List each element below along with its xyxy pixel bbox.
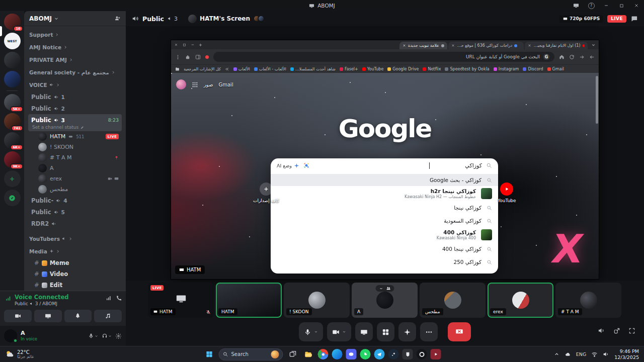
bookmark-item[interactable]: الألعاب xyxy=(233,67,250,71)
bookmark-item[interactable]: Gmail xyxy=(547,67,564,71)
suggestion-row[interactable]: كوزاكي السعودية xyxy=(271,214,498,227)
steam-icon[interactable] xyxy=(388,349,399,359)
stream-monitor-icon[interactable] xyxy=(569,0,584,11)
chevron-down-icon[interactable] xyxy=(314,330,318,334)
close-tab-icon[interactable] xyxy=(451,44,455,47)
server-icon[interactable]: 6K+ xyxy=(4,132,21,149)
extensions-puzzle-icon[interactable] xyxy=(185,54,191,60)
channel-status-setter[interactable]: Set a channel status xyxy=(28,125,122,131)
browser-tab[interactable]: (1) اول الايام تفارقنا ويجينا الهنا ماد.… xyxy=(525,42,588,49)
suggestion-row[interactable]: كوزاكي نينجا xyxy=(271,201,498,214)
bookmark-item[interactable]: Netflix xyxy=(423,67,441,71)
sidebar-panel-icon[interactable] xyxy=(195,54,201,60)
voice-channel-public-2[interactable]: Public2 xyxy=(28,103,122,114)
screenshare-button[interactable] xyxy=(34,310,62,322)
voice-location[interactable]: Public 3 / ABOMJ xyxy=(15,301,69,306)
text-channel-meme[interactable]: #Meme xyxy=(28,257,122,268)
help-button[interactable]: ? xyxy=(584,0,599,11)
page-scrollbar[interactable] xyxy=(596,76,598,124)
all-bookmarks-label[interactable]: كل الإشارات المرجعية xyxy=(184,67,221,71)
invite-people-icon[interactable] xyxy=(114,15,121,22)
browser-tab[interactable]: دراجات كوزاكي 636 | موقع حراج xyxy=(448,42,524,49)
taskbar-clock[interactable]: 9:46 PM 12/3/2025 xyxy=(614,348,639,360)
server-icon[interactable]: 10 xyxy=(4,14,21,30)
language-indicator[interactable]: ENG xyxy=(576,351,586,357)
voice-channel-public-1[interactable]: Public1 xyxy=(28,91,122,103)
volume-icon[interactable] xyxy=(598,327,605,334)
server-icon[interactable] xyxy=(4,52,21,68)
start-button[interactable] xyxy=(203,348,215,360)
category-support[interactable]: Support xyxy=(28,28,122,41)
more-options-button[interactable] xyxy=(420,322,438,341)
activities-button[interactable] xyxy=(377,322,394,341)
stream-selector[interactable]: HATM's Screen xyxy=(188,15,265,23)
bookmark-item[interactable]: Speedtest by Ookla xyxy=(445,67,489,71)
mic-button[interactable] xyxy=(299,322,323,341)
google-account-avatar[interactable] xyxy=(176,79,186,89)
category-youtubers[interactable]: YouTubers xyxy=(28,232,122,245)
restore-icon[interactable] xyxy=(183,43,186,47)
rtc-quality-icon[interactable] xyxy=(106,295,112,301)
google-apps-grid-icon[interactable] xyxy=(192,81,198,88)
server-icon[interactable]: WEST xyxy=(4,33,21,49)
bookmark-item[interactable]: Fasel+ xyxy=(340,67,358,71)
camera-button[interactable] xyxy=(327,322,351,341)
tab-search-chevron-icon[interactable] xyxy=(591,43,596,47)
bookmark-item[interactable]: Google Drive xyxy=(387,67,419,71)
hidden-icons-chevron[interactable] xyxy=(554,351,559,357)
close-tab-icon[interactable] xyxy=(528,44,531,47)
text-channel-video[interactable]: #Video xyxy=(28,268,122,280)
chevron-down-icon[interactable] xyxy=(342,330,346,334)
epic-games-icon[interactable] xyxy=(403,349,413,359)
tile-overflow-pill[interactable] xyxy=(375,285,394,292)
gmail-link[interactable]: Gmail xyxy=(219,82,233,87)
explore-servers-button[interactable] xyxy=(4,190,21,206)
category-private-amj[interactable]: PRIVATE AMJ xyxy=(28,53,122,66)
voice-channel-rdr2[interactable]: RDR2 xyxy=(28,218,122,229)
suggestion-row[interactable]: كوزاكي - بحث Google xyxy=(271,174,498,186)
user-panel[interactable]: A In voice xyxy=(0,326,126,346)
telegram-icon[interactable] xyxy=(374,349,385,359)
shared-screen[interactable]: علامة تبويب جديدة دراجات كوزاكي 636 | مو… xyxy=(171,40,599,279)
suggestion-row[interactable]: كوزاكي نينجا h2rKawasaki Ninja H2 — خطوط… xyxy=(271,186,498,201)
server-icon[interactable]: 741 xyxy=(4,113,21,130)
bookmark-item[interactable]: Instagram xyxy=(494,67,519,71)
voice-channel-public-5[interactable]: Public5 xyxy=(28,206,122,218)
bookmark-item[interactable]: الألعاب - الألعاب xyxy=(254,67,286,71)
taskbar-search[interactable]: Search xyxy=(219,348,283,360)
tile-tam[interactable]: # T A M xyxy=(555,283,621,318)
weather-widget[interactable]: 22°C غائم جزئيًا xyxy=(5,349,34,359)
chevrons-left-icon[interactable] xyxy=(225,67,229,71)
google-search-input[interactable]: كوزاكي وضع AI xyxy=(271,158,498,172)
tile-mathas[interactable]: مطحس xyxy=(420,283,486,318)
whatsapp-icon[interactable] xyxy=(360,349,371,359)
chrome-icon[interactable] xyxy=(318,349,329,359)
voice-member-erex[interactable]: erex xyxy=(28,173,122,184)
task-view-icon[interactable] xyxy=(287,348,299,360)
screenshare-button[interactable] xyxy=(355,322,373,341)
minimize-icon[interactable] xyxy=(191,43,195,47)
close-button[interactable] xyxy=(629,0,644,11)
voice-channel-public-3[interactable]: Public38:23 xyxy=(28,114,122,126)
reload-icon[interactable] xyxy=(569,54,575,60)
shortcut-add[interactable]: كافة إصدارات xyxy=(253,183,279,203)
category-media[interactable]: Media xyxy=(28,245,122,257)
bookmark-item[interactable]: Discord xyxy=(523,67,543,71)
google-lens-icon[interactable] xyxy=(303,162,309,168)
edge-icon[interactable] xyxy=(332,349,343,359)
soundboard-button[interactable] xyxy=(398,322,416,341)
suggestion-row[interactable]: كوزاكي 250 xyxy=(271,255,498,268)
tile-skoon[interactable]: ! SKOON xyxy=(284,283,350,318)
tile-a[interactable]: A xyxy=(352,283,418,318)
text-channel-edit[interactable]: #Edit xyxy=(28,280,122,291)
maximize-button[interactable] xyxy=(614,0,629,11)
camera-toggle-button[interactable] xyxy=(4,310,32,322)
bookmarks-folder-icon[interactable] xyxy=(175,67,180,71)
tile-hatm-camera[interactable]: HATM xyxy=(216,283,282,318)
close-icon[interactable] xyxy=(174,43,178,47)
chat-icon[interactable] xyxy=(630,15,638,23)
server-icon[interactable] xyxy=(4,71,21,87)
shortcut-youtube[interactable]: YouTube xyxy=(498,183,516,203)
forward-arrow-icon[interactable] xyxy=(579,54,585,60)
suggestion-row[interactable]: كوزاكي نينجا 400 xyxy=(271,242,498,255)
